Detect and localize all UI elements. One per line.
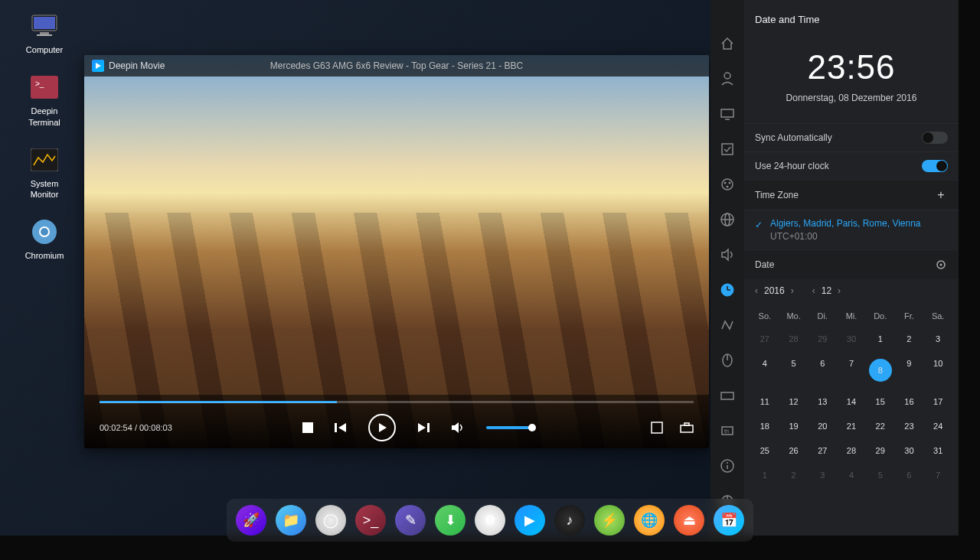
calendar-day[interactable]: 22 — [866, 414, 895, 438]
dock-item-music[interactable]: ♪ — [554, 505, 585, 536]
calendar-day[interactable]: 5 — [779, 351, 808, 389]
year-next-button[interactable]: › — [791, 285, 794, 296]
year-prev-button[interactable]: ‹ — [755, 285, 758, 296]
date-header: Date — [744, 249, 959, 279]
sound-icon[interactable] — [719, 246, 736, 263]
calendar-day[interactable]: 1 — [866, 327, 895, 351]
personalization-icon[interactable] — [719, 176, 736, 193]
volume-slider[interactable] — [486, 426, 532, 429]
dock-item-terminal[interactable]: >_ — [355, 505, 386, 536]
big-time: 23:56 — [744, 48, 959, 86]
calendar-day[interactable]: 25 — [750, 438, 779, 463]
calendar-day[interactable]: 21 — [837, 414, 866, 438]
clock24-toggle[interactable] — [922, 160, 948, 172]
calendar-day[interactable]: 28 — [837, 438, 866, 463]
calendar-day[interactable]: 30 — [837, 327, 866, 351]
toolbox-button[interactable] — [680, 422, 694, 433]
calendar-day[interactable]: 3 — [808, 463, 837, 487]
calendar-day[interactable]: 2 — [895, 327, 924, 351]
desktop-icon-computer[interactable]: Computer — [6, 6, 83, 61]
calendar-day[interactable]: 23 — [895, 414, 924, 438]
info-icon[interactable] — [719, 457, 736, 474]
calendar-day[interactable]: 6 — [808, 351, 837, 389]
mouse-icon[interactable] — [719, 352, 736, 369]
month-next-button[interactable]: › — [838, 285, 841, 296]
defaults-icon[interactable] — [719, 141, 736, 158]
volume-icon[interactable] — [451, 422, 465, 434]
calendar-day[interactable]: 2 — [779, 463, 808, 487]
settings-iconbar: fn — [710, 0, 744, 536]
calendar-day[interactable]: 31 — [923, 438, 952, 463]
desktop-icon-system-monitor[interactable]: System Monitor — [6, 140, 83, 207]
month-prev-button[interactable]: ‹ — [812, 285, 815, 296]
calendar-day[interactable]: 24 — [923, 414, 952, 438]
prev-button[interactable] — [335, 422, 347, 434]
next-button[interactable] — [417, 422, 430, 434]
shortcuts-icon[interactable]: fn — [719, 422, 736, 439]
home-icon[interactable] — [719, 35, 736, 52]
fullscreen-button[interactable] — [651, 422, 663, 434]
calendar-day[interactable]: 7 — [837, 351, 866, 389]
network-icon[interactable] — [719, 211, 736, 228]
video-titlebar[interactable]: Deepin Movie Mercedes G63 AMG 6x6 Review… — [84, 55, 709, 77]
date-settings-button[interactable] — [934, 258, 948, 272]
progress-bar[interactable] — [100, 401, 694, 403]
date-header-label: Date — [755, 259, 774, 270]
month-label: 12 — [822, 285, 831, 296]
dock-item-launcher[interactable]: 🚀 — [236, 505, 266, 536]
settings-panel: Date and Time 23:56 Donnerstag, 08 Dezem… — [744, 0, 959, 536]
user-icon[interactable] — [719, 70, 736, 87]
calendar-day[interactable]: 10 — [923, 351, 952, 389]
sync-toggle[interactable] — [922, 132, 948, 144]
desktop-icon-chromium[interactable]: Chromium — [6, 212, 83, 267]
calendar-day[interactable]: 7 — [923, 463, 952, 487]
display-icon[interactable] — [719, 106, 736, 122]
calendar-day[interactable]: 11 — [750, 389, 779, 414]
calendar-day[interactable]: 14 — [837, 389, 866, 414]
calendar-day[interactable]: 13 — [808, 389, 837, 414]
add-timezone-button[interactable]: + — [934, 188, 948, 202]
calendar-day[interactable]: 15 — [866, 389, 895, 414]
calendar-day[interactable]: 16 — [895, 389, 924, 414]
calendar-day[interactable]: 5 — [866, 463, 895, 487]
dock-item-power[interactable]: ⚡ — [594, 505, 625, 536]
panel-title: Date and Time — [744, 0, 959, 36]
calendar-day[interactable]: 12 — [779, 389, 808, 414]
calendar-day[interactable]: 19 — [779, 414, 808, 438]
dock-item-calendar[interactable]: 📅 — [714, 505, 744, 536]
calendar-day[interactable]: 26 — [779, 438, 808, 463]
calendar-day[interactable]: 4 — [837, 463, 866, 487]
desktop-icon-terminal[interactable]: >_ Deepin Terminal — [6, 67, 83, 134]
calendar-day[interactable]: 27 — [750, 327, 779, 351]
wacom-icon[interactable] — [719, 317, 736, 334]
calendar-day[interactable]: 1 — [750, 463, 779, 487]
calendar-day[interactable]: 30 — [895, 438, 924, 463]
calendar-day[interactable]: 20 — [808, 414, 837, 438]
dock-item-eject[interactable]: ⏏ — [674, 505, 704, 536]
dock-item-store[interactable]: ⬇ — [435, 505, 466, 536]
play-button[interactable] — [368, 414, 396, 441]
stop-button[interactable] — [302, 422, 313, 433]
dock-item-screenshot[interactable]: ✎ — [395, 505, 426, 536]
dock-item-files[interactable]: 📁 — [276, 505, 306, 536]
calendar-day[interactable]: 6 — [895, 463, 924, 487]
time-icon[interactable] — [719, 282, 736, 298]
timezone-item[interactable]: ✓ Algiers, Madrid, Paris, Rome, Vienna U… — [744, 210, 959, 249]
dock-item-movie[interactable]: ▶ — [514, 505, 545, 536]
calendar-day[interactable]: 4 — [750, 351, 779, 389]
calendar-day[interactable]: 27 — [808, 438, 837, 463]
calendar-day[interactable]: 29 — [866, 438, 895, 463]
calendar-day[interactable]: 29 — [808, 327, 837, 351]
svg-point-28 — [727, 186, 729, 188]
calendar-day[interactable]: 18 — [750, 414, 779, 438]
keyboard-icon[interactable] — [719, 387, 736, 404]
dock-item-control-center[interactable]: ⚙ — [475, 505, 505, 536]
svg-point-26 — [724, 182, 727, 184]
calendar-day[interactable]: 17 — [923, 389, 952, 414]
calendar-day[interactable]: 8 — [866, 351, 895, 389]
dock-item-chromium[interactable]: ◯ — [315, 505, 346, 536]
calendar-day[interactable]: 3 — [923, 327, 952, 351]
dock-item-browser[interactable]: 🌐 — [634, 505, 665, 536]
calendar-day[interactable]: 9 — [895, 351, 924, 389]
calendar-day[interactable]: 28 — [779, 327, 808, 351]
